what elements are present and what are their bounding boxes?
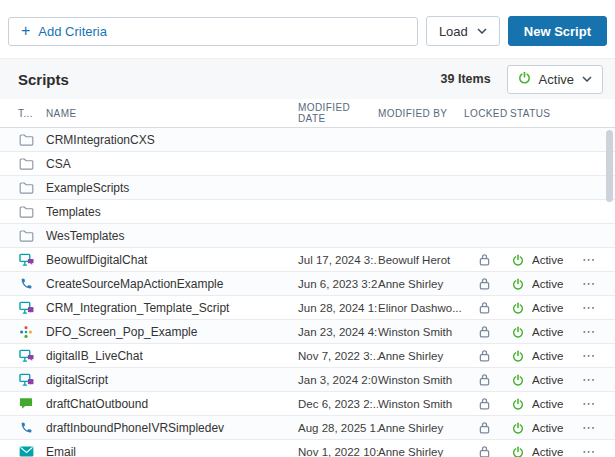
lock-icon	[476, 421, 492, 434]
toolbar: + Add Criteria Load New Script	[0, 0, 615, 58]
table-row[interactable]: WesTemplates ⋯	[0, 224, 615, 248]
status-label: Active	[532, 398, 563, 410]
scripts-table-body: CRMIntegrationCXS ⋯ CSA ⋯ ExampleScripts	[0, 128, 615, 457]
modified-date: Jan 3, 2024 2:0...	[298, 374, 378, 386]
vertical-scrollbar[interactable]	[606, 130, 613, 454]
table-row[interactable]: draftChatOutbound Dec 6, 2023 2:... Wins…	[0, 392, 615, 416]
scrollbar-thumb[interactable]	[606, 130, 613, 202]
table-row[interactable]: ExampleScripts ⋯	[0, 176, 615, 200]
table-header-row: T... NAME MODIFIED DATE MODIFIED BY LOCK…	[0, 99, 615, 128]
load-button[interactable]: Load	[426, 16, 500, 46]
scripts-page: + Add Criteria Load New Script Scripts 3…	[0, 0, 615, 457]
column-header-name[interactable]: NAME	[46, 108, 298, 119]
more-options-button[interactable]: ⋯	[582, 252, 596, 267]
column-header-status[interactable]: STATUS	[510, 108, 572, 119]
table-row[interactable]: digitalIB_LiveChat Nov 7, 2022 3:... Ann…	[0, 344, 615, 368]
status-label: Active	[532, 350, 563, 362]
modified-by: Elinor Dashwo...	[378, 302, 464, 314]
table-row[interactable]: Templates ⋯	[0, 200, 615, 224]
status-label: Active	[532, 254, 563, 266]
table-row[interactable]: BeowulfDigitalChat Jul 17, 2024 3:... Be…	[0, 248, 615, 272]
modified-date: Nov 7, 2022 3:...	[298, 350, 378, 362]
table-row[interactable]: draftInboundPhoneIVRSimpledev Aug 28, 20…	[0, 416, 615, 440]
script-name: digitalScript	[46, 373, 298, 387]
modified-date: Jan 23, 2024 4:...	[298, 326, 378, 338]
folder-icon	[18, 181, 34, 194]
modified-date: Aug 28, 2025 1...	[298, 422, 378, 434]
lock-icon	[476, 373, 492, 386]
folder-icon	[18, 229, 34, 242]
column-header-locked[interactable]: LOCKED	[464, 108, 510, 119]
lock-icon	[476, 397, 492, 410]
table-row[interactable]: digitalScript Jan 3, 2024 2:0... Winston…	[0, 368, 615, 392]
lock-icon	[476, 445, 492, 457]
folder-icon	[18, 205, 34, 218]
phone-icon	[18, 277, 34, 290]
lock-icon	[476, 277, 492, 290]
modified-by: Winston Smith	[378, 326, 464, 338]
script-name: ExampleScripts	[46, 181, 298, 195]
script-name: DFO_Screen_Pop_Example	[46, 325, 298, 339]
chat-bubble-icon	[18, 397, 34, 410]
lock-icon	[476, 349, 492, 362]
more-options-button[interactable]: ⋯	[582, 300, 596, 315]
plus-icon: +	[21, 23, 30, 39]
modified-by: Winston Smith	[378, 374, 464, 386]
script-name: Templates	[46, 205, 298, 219]
add-criteria-button[interactable]: + Add Criteria	[8, 17, 418, 46]
more-options-button[interactable]: ⋯	[582, 444, 596, 457]
modified-date: Nov 1, 2022 10:...	[298, 446, 378, 457]
modified-by: Anne Shirley	[378, 350, 464, 362]
script-name: CRMIntegrationCXS	[46, 133, 298, 147]
active-status-icon	[510, 302, 526, 314]
status-filter-dropdown[interactable]: Active	[507, 65, 603, 94]
column-header-type[interactable]: T...	[18, 108, 46, 119]
table-row[interactable]: Email Nov 1, 2022 10:... Anne Shirley Ac…	[0, 440, 615, 457]
more-options-button[interactable]: ⋯	[582, 420, 596, 435]
status-label: Active	[532, 446, 563, 457]
power-icon	[518, 71, 531, 87]
active-status-icon	[510, 350, 526, 362]
modified-date: Jun 6, 2023 3:2...	[298, 278, 378, 290]
more-options-button[interactable]: ⋯	[582, 348, 596, 363]
modified-date: Jul 17, 2024 3:...	[298, 254, 378, 266]
column-header-modified-by[interactable]: MODIFIED BY	[378, 108, 464, 119]
modified-by: Anne Shirley	[378, 422, 464, 434]
table-row[interactable]: CRMIntegrationCXS ⋯	[0, 128, 615, 152]
status-label: Active	[532, 278, 563, 290]
table-row[interactable]: CRM_Integration_Template_Script Jun 28, …	[0, 296, 615, 320]
active-status-icon	[510, 374, 526, 386]
lock-icon	[476, 253, 492, 266]
more-options-button[interactable]: ⋯	[582, 396, 596, 411]
active-status-icon	[510, 446, 526, 457]
more-options-button[interactable]: ⋯	[582, 372, 596, 387]
column-header-modified-date[interactable]: MODIFIED DATE	[298, 102, 378, 124]
table-row[interactable]: DFO_Screen_Pop_Example Jan 23, 2024 4:..…	[0, 320, 615, 344]
new-script-button[interactable]: New Script	[508, 16, 607, 46]
script-name: CRM_Integration_Template_Script	[46, 301, 298, 315]
table-row[interactable]: CSA ⋯	[0, 152, 615, 176]
modified-by: Beowulf Herot	[378, 254, 464, 266]
folder-icon	[18, 133, 34, 146]
script-name: CreateSourceMapActionExample	[46, 277, 298, 291]
status-label: Active	[532, 302, 563, 314]
modified-by: Anne Shirley	[378, 278, 464, 290]
digital-script-icon	[18, 301, 34, 315]
page-title: Scripts	[18, 71, 69, 88]
script-name: CSA	[46, 157, 298, 171]
script-name: draftInboundPhoneIVRSimpledev	[46, 421, 298, 435]
chevron-down-icon	[477, 28, 487, 34]
script-name: Email	[46, 445, 298, 457]
email-icon	[18, 446, 34, 457]
script-name: draftChatOutbound	[46, 397, 298, 411]
digital-chat-icon	[18, 349, 34, 363]
table-row[interactable]: CreateSourceMapActionExample Jun 6, 2023…	[0, 272, 615, 296]
more-options-button[interactable]: ⋯	[582, 324, 596, 339]
active-status-icon	[510, 254, 526, 266]
digital-chat-icon	[18, 253, 34, 267]
more-options-button[interactable]: ⋯	[582, 276, 596, 291]
load-label: Load	[439, 24, 468, 39]
lock-icon	[476, 325, 492, 338]
active-status-icon	[510, 398, 526, 410]
modified-date: Jun 28, 2024 1:...	[298, 302, 378, 314]
